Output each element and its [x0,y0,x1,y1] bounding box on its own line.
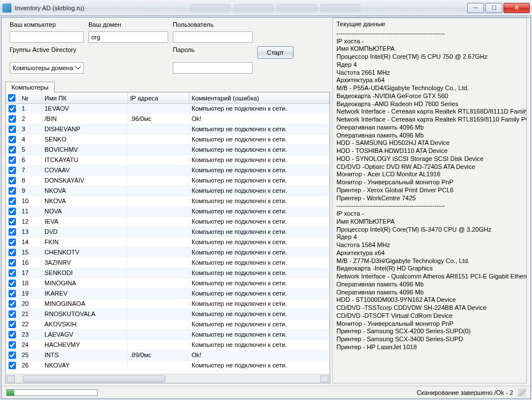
row-checkbox[interactable] [9,105,16,112]
col-comment[interactable]: Комментарий (ошибка) [189,92,330,103]
table-row[interactable]: 19IKAREVКомпьютер не подключен к сети. [6,289,330,299]
row-checkbox[interactable] [9,218,16,225]
row-checkbox[interactable] [9,115,16,123]
row-checkbox[interactable] [9,136,16,143]
row-checkbox[interactable] [9,300,16,308]
table-row[interactable]: 23LAEVAGVКомпьютер не подключен к сети. [6,330,330,340]
details-panel: Текущие данные -------------------------… [332,18,527,383]
row-checkbox[interactable] [9,362,16,369]
password-label: Пароль [173,46,253,59]
table-row[interactable]: 163AZINRVКомпьютер не подключен к сети. [6,258,330,268]
table-row[interactable]: 17SENKODIКомпьютер не подключен к сети. [6,268,330,278]
cell-ip [128,104,189,114]
cell-comment: Компьютер не подключен к сети. [189,248,330,257]
tab-computers[interactable]: Компьютеры [5,82,55,92]
cell-num: 26 [19,361,42,370]
row-checkbox[interactable] [9,187,16,195]
row-checkbox[interactable] [9,321,16,328]
cell-ip [128,217,189,227]
user-label: Пользователь [173,21,253,28]
table-row[interactable]: 11EVAOVКомпьютер не подключен к сети. [6,104,330,114]
row-checkbox[interactable] [9,126,16,133]
row-checkbox[interactable] [9,341,16,349]
row-checkbox[interactable] [9,259,16,266]
cell-num: 7 [19,165,42,175]
close-button[interactable]: ✕ [503,3,530,13]
table-row[interactable]: 21RNOSKUTOVALAКомпьютер не подключен к с… [6,309,330,320]
cell-pc-name: 1EVAOV [42,104,128,114]
detail-line: Принтер - Samsung SCX-3400 Series-SUPD [336,336,523,344]
table-row[interactable]: 11NOVAКомпьютер не подключен к сети. [6,207,330,217]
table-row[interactable]: 25INTS.89/0мсOk! [6,350,330,361]
row-checkbox[interactable] [9,156,16,164]
your-domain-input[interactable] [88,31,168,43]
table-row[interactable]: 4SENKOКомпьютер не подключен к сети. [6,135,330,145]
table-row[interactable]: 5BOVICHMVКомпьютер не подключен к сети. [6,145,330,155]
col-pc-name[interactable]: Имя ПК [42,92,128,103]
row-checkbox[interactable] [9,146,16,153]
cell-comment: Компьютер не подключен к сети. [189,258,330,268]
table-row[interactable]: 15CHENKOTVКомпьютер не подключен к сети. [6,248,330,258]
ad-groups-select[interactable]: Компьютеры домена [10,62,84,74]
detail-line: Монитор - Универсальный монитор PnP [336,320,523,328]
cell-pc-name: SENKODI [42,268,128,278]
cell-pc-name: IEVA [42,217,128,227]
select-all-checkbox[interactable] [8,94,15,102]
table-row[interactable]: 22AKOVSKIHКомпьютер не подключен к сети. [6,320,330,330]
col-num[interactable]: № [19,92,42,103]
table-row[interactable]: 20MINOGINAOAКомпьютер не подключен к сет… [6,299,330,309]
computers-table: № Имя ПК IP адреса Комментарий (ошибка) … [5,92,330,383]
user-input[interactable] [173,31,253,43]
table-row[interactable]: 3DISHEVANPКомпьютер не подключен к сети. [6,124,330,135]
cell-pc-name: DONSKAYAIV [42,176,128,185]
table-row[interactable]: 12IEVAКомпьютер не подключен к сети. [6,217,330,227]
cell-comment: Компьютер не подключен к сети. [189,186,330,196]
cell-pc-name: NKOVAY [42,361,128,370]
row-checkbox[interactable] [9,239,16,246]
maximize-button[interactable]: ☐ [485,3,502,13]
taskbar-blur [84,4,467,12]
row-checkbox[interactable] [9,208,16,215]
col-ip[interactable]: IP адреса [128,92,189,103]
table-row[interactable]: 2/BIN.96/0мсOk! [6,114,330,124]
cell-ip: .96/0мс [128,114,189,124]
statusbar: Сканирование завершено./Ok - 2 [2,386,530,398]
your-computer-input[interactable] [10,31,84,43]
password-input[interactable] [173,62,253,74]
table-row[interactable]: 24HACHEVMYКомпьютер не подключен к сети. [6,340,330,350]
minimize-button[interactable]: ─ [467,3,484,13]
cell-comment: Компьютер не подключен к сети. [189,237,330,247]
row-checkbox[interactable] [9,351,16,359]
cell-num: 2 [19,114,42,124]
detail-line: Оперативная память 4096 Mb [336,132,523,140]
table-row[interactable]: 18MINOGINAКомпьютер не подключен к сети. [6,278,330,289]
resize-grip[interactable] [518,389,526,397]
detail-line: Принтер - HP LaserJet 1018 [336,344,523,351]
table-row[interactable]: 7COVAAVКомпьютер не подключен к сети. [6,165,330,176]
table-row[interactable]: 10NKOVAКомпьютер не подключен к сети. [6,196,330,207]
row-checkbox[interactable] [9,177,16,184]
table-row[interactable]: 26NKOVAYКомпьютер не подключен к сети. [6,361,330,371]
start-button[interactable]: Старт [257,46,294,59]
row-checkbox[interactable] [9,167,16,174]
table-row[interactable]: 9NKOVAКомпьютер не подключен к сети. [6,186,330,196]
detail-line: IP хоста - [336,210,523,218]
row-checkbox[interactable] [9,331,16,338]
row-checkbox[interactable] [9,280,16,287]
row-checkbox[interactable] [9,197,16,205]
row-checkbox[interactable] [9,269,16,277]
cell-comment: Компьютер не подключен к сети. [189,227,330,237]
row-checkbox[interactable] [9,249,16,256]
table-row[interactable]: 13DVDКомпьютер не подключен к сети. [6,227,330,237]
cell-ip [128,361,189,370]
h-scrollbar[interactable] [6,374,330,383]
cell-comment: Компьютер не подключен к сети. [189,104,330,114]
cell-num: 9 [19,186,42,196]
table-row[interactable]: 8DONSKAYAIVКомпьютер не подключен к сети… [6,176,330,186]
row-checkbox[interactable] [9,228,16,236]
table-row[interactable]: 6ITCKAYATUКомпьютер не подключен к сети. [6,155,330,165]
row-checkbox[interactable] [9,290,16,297]
current-data-header: Текущие данные [336,21,523,29]
table-row[interactable]: 14FKINКомпьютер не подключен к сети. [6,237,330,248]
row-checkbox[interactable] [9,310,16,318]
